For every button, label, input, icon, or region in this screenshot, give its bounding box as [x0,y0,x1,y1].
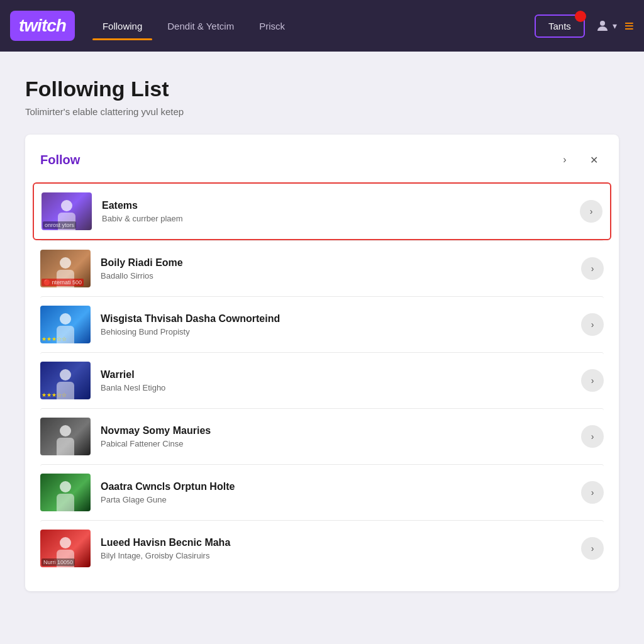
person-icon [595,18,610,33]
item-subtitle-2: Badallo Sirrios [101,271,581,280]
card-header-actions: › ✕ [555,150,604,170]
header-icons: ▾ ≡ [595,16,634,36]
item-subtitle-1: Babiv & currber plaem [102,214,580,223]
list-item[interactable]: ★★★☆☆ Warriel Banla Nesl Etigho › [40,352,604,408]
hamburger-menu-icon[interactable]: ≡ [625,16,634,36]
page-title: Following List [25,77,619,101]
list-item[interactable]: 🔴 nternati 500 Boily Riadi Eome Badallo … [40,240,604,296]
thumb-label-7: Nurri 10050 [42,558,75,566]
item-subtitle-7: Bilyl Intage, Groisby Clasiruirs [101,551,581,560]
item-title-4: Warriel [101,369,581,380]
item-title-3: Wisgista Thvisah Dasha Cownorteind [101,313,581,325]
card-close-icon[interactable]: ✕ [584,150,604,170]
item-stars-3: ★★★☆☆ [42,336,67,342]
card-arrow-icon[interactable]: › [555,150,575,170]
item-info-6: Oaatra Cwncls Orptun Holte Parta Glage G… [101,481,581,504]
item-arrow-3[interactable]: › [581,313,604,336]
item-info-3: Wisgista Thvisah Dasha Cownorteind Behio… [101,313,581,336]
nav-item-dendit[interactable]: Dendit & Yetcim [157,16,244,36]
list-item[interactable]: Oaatra Cwncls Orptun Holte Parta Glage G… [40,464,604,520]
item-info-1: Eatems Babiv & currber plaem [102,200,580,223]
thumb-label-1: onrost ytors [43,221,76,229]
item-thumbnail-2: 🔴 nternati 500 [40,250,91,287]
nav-item-prisck[interactable]: Prisck [249,16,295,36]
item-thumbnail-5 [40,418,91,455]
item-arrow-2[interactable]: › [581,257,604,280]
item-thumbnail-6 [40,474,91,511]
list-item[interactable]: Novmay Somy Mauries Pabical Fattener Cin… [40,408,604,464]
item-arrow-4[interactable]: › [581,369,604,392]
list-item[interactable]: Nurri 10050 Lueed Havisn Becnic Maha Bil… [40,520,604,576]
item-subtitle-6: Parta Glage Gune [101,495,581,504]
chevron-down-icon: ▾ [613,21,617,31]
item-title-2: Boily Riadi Eome [101,257,581,269]
main-content: Following List Tolimirter's elable clatt… [0,52,644,616]
card-header: Follow › ✕ [40,150,604,170]
list-item[interactable]: onrost ytors Eatems Babiv & currber plae… [33,182,611,240]
page-subtitle: Tolimirter's elable clattering yvul kete… [25,106,619,117]
item-subtitle-3: Behiosing Bund Propisty [101,327,581,336]
user-icon[interactable]: ▾ [595,18,617,33]
item-stars-4: ★★★☆☆ [42,392,67,398]
item-info-5: Novmay Somy Mauries Pabical Fattener Cin… [101,425,581,448]
item-thumbnail-4: ★★★☆☆ [40,362,91,399]
item-title-6: Oaatra Cwncls Orptun Holte [101,481,581,492]
tants-button[interactable]: Tants [535,14,585,38]
item-thumbnail-1: onrost ytors [42,192,92,230]
item-title-1: Eatems [102,200,580,211]
item-subtitle-5: Pabical Fattener Cinse [101,439,581,448]
item-arrow-1[interactable]: › [580,200,602,223]
list-item[interactable]: ★★★☆☆ Wisgista Thvisah Dasha Cownorteind… [40,296,604,352]
svg-point-0 [600,21,605,26]
item-info-4: Warriel Banla Nesl Etigho [101,369,581,392]
following-card: Follow › ✕ onrost ytors Eatems Babiv & c… [25,135,619,591]
item-title-5: Novmay Somy Mauries [101,425,581,436]
card-title: Follow [40,153,80,167]
item-subtitle-4: Banla Nesl Etigho [101,383,581,392]
nav-item-following[interactable]: Following [92,16,152,36]
logo[interactable]: twitch [10,11,75,41]
item-arrow-7[interactable]: › [581,537,604,560]
main-nav: Following Dendit & Yetcim Prisck [92,16,530,36]
item-info-7: Lueed Havisn Becnic Maha Bilyl Intage, G… [101,537,581,560]
item-thumbnail-3: ★★★☆☆ [40,306,91,343]
item-thumbnail-7: Nurri 10050 [40,530,91,567]
header: twitch Following Dendit & Yetcim Prisck … [0,0,644,52]
item-title-7: Lueed Havisn Becnic Maha [101,537,581,548]
logo-text: twitch [19,16,66,35]
item-arrow-5[interactable]: › [581,425,604,448]
item-info-2: Boily Riadi Eome Badallo Sirrios [101,257,581,280]
thumb-label-2: 🔴 nternati 500 [42,279,84,286]
item-arrow-6[interactable]: › [581,481,604,504]
notification-badge [575,11,586,22]
